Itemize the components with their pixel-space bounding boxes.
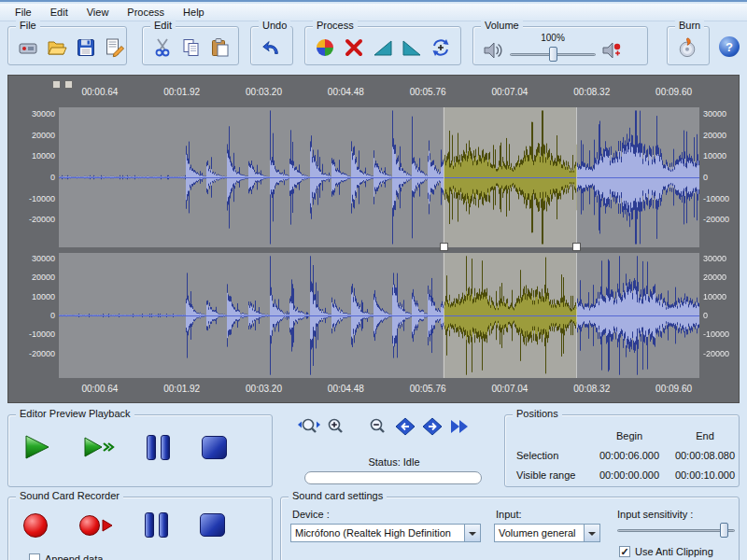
- stop-icon: [200, 513, 225, 537]
- recorder-stop-button[interactable]: [200, 513, 225, 537]
- toolbar-group-edit: Edit: [142, 26, 239, 65]
- zoom-toolbar: [297, 416, 472, 437]
- zoom-to-selection-button[interactable]: [297, 416, 321, 437]
- mixer-icon[interactable]: [602, 40, 623, 61]
- pause-button[interactable]: [147, 435, 170, 460]
- record-icon: [23, 513, 48, 538]
- open-file-icon[interactable]: [47, 37, 67, 58]
- volume-slider[interactable]: 100%: [510, 35, 596, 66]
- scroll-forward-button[interactable]: [447, 416, 472, 437]
- selection-handle-start[interactable]: [440, 243, 448, 251]
- stop-icon: [202, 436, 227, 459]
- goto-selection-start-button[interactable]: [393, 416, 417, 437]
- chevron-down-icon[interactable]: [464, 525, 480, 541]
- cut-icon[interactable]: [152, 37, 173, 58]
- toolbar-group-process: Process: [304, 26, 461, 65]
- record-icon: [79, 515, 100, 536]
- paste-icon[interactable]: [210, 37, 231, 58]
- amplitude-label: -10000: [8, 194, 55, 203]
- input-selected-value: Volumen general: [495, 525, 584, 541]
- record-button[interactable]: [23, 513, 48, 538]
- help-button[interactable]: ?: [719, 36, 740, 57]
- amplitude-label: 30000: [703, 254, 739, 263]
- append-data-checkbox[interactable]: ✓: [29, 553, 40, 560]
- positions-table: Begin End Selection 00:00:06.000 00:00:0…: [505, 415, 739, 481]
- edit-file-icon[interactable]: [105, 37, 125, 58]
- play-button[interactable]: [23, 434, 51, 460]
- time-label: 00:09.60: [655, 87, 692, 97]
- waveform-panel: 00:00.6400:01.9200:03.2000:04.4800:05.76…: [7, 75, 740, 403]
- amplitude-label: -20000: [703, 215, 739, 224]
- anti-clipping-checkbox[interactable]: ✓: [619, 546, 630, 557]
- amplitude-label: 0: [8, 311, 55, 320]
- new-file-icon[interactable]: [18, 37, 38, 58]
- zoom-out-button[interactable]: [366, 416, 390, 437]
- menu-view[interactable]: View: [78, 5, 119, 20]
- burn-cd-icon[interactable]: [677, 37, 698, 58]
- amplitude-label: -20000: [8, 349, 55, 358]
- amplitude-label: 20000: [703, 131, 739, 140]
- stop-button[interactable]: [202, 436, 227, 459]
- toolbar-group-volume: Volume 100%: [472, 26, 648, 65]
- editor-preview-playback-title: Editor Preview Playback: [16, 408, 134, 419]
- zoom-in-button[interactable]: [324, 416, 348, 437]
- effects-icon[interactable]: [315, 37, 335, 58]
- time-label: 00:05.76: [410, 87, 446, 97]
- menu-edit[interactable]: Edit: [41, 5, 78, 20]
- status-label: Status: Idle: [301, 456, 487, 468]
- editor-preview-playback-panel: Editor Preview Playback: [7, 414, 273, 487]
- waveform-channel-right[interactable]: [59, 253, 699, 378]
- save-icon[interactable]: [76, 37, 96, 58]
- amplitude-label: -10000: [703, 194, 739, 203]
- amplitude-label: 20000: [8, 131, 55, 140]
- sound-card-recorder-title: Sound Card Recorder: [16, 490, 123, 501]
- selection-handle-end[interactable]: [572, 243, 581, 251]
- input-sensitivity-slider[interactable]: [617, 522, 735, 539]
- play-selection-button[interactable]: [83, 434, 115, 460]
- time-ruler-top[interactable]: 00:00.6400:01.9200:03.2000:04.4800:05.76…: [8, 87, 739, 100]
- chevron-down-icon[interactable]: [584, 525, 599, 541]
- fade-out-icon[interactable]: [402, 37, 422, 58]
- positions-begin-header: Begin: [589, 430, 669, 441]
- menu-help[interactable]: Help: [174, 5, 214, 20]
- undo-icon[interactable]: [261, 37, 281, 58]
- device-select[interactable]: Micrófono (Realtek High Definition: [290, 524, 481, 542]
- visible-range-end-value: 00:00:10.000: [669, 469, 740, 481]
- input-sensitivity-label: Input sensitivity :: [617, 509, 693, 520]
- time-label: 00:09.60: [655, 384, 692, 394]
- sensitivity-slider-track[interactable]: [617, 529, 735, 532]
- goto-selection-end-button[interactable]: [420, 416, 444, 437]
- copy-icon[interactable]: [181, 37, 202, 58]
- amplitude-label: -20000: [703, 349, 739, 358]
- toolbar-group-edit-label: Edit: [150, 20, 176, 31]
- selection-end-value: 00:00:08.080: [669, 450, 740, 461]
- amplitude-label: 30000: [703, 109, 739, 119]
- positions-panel: Positions Begin End Selection 00:00:06.0…: [504, 414, 740, 487]
- input-select[interactable]: Volumen general: [494, 524, 600, 542]
- menu-process[interactable]: Process: [118, 5, 174, 20]
- play-small-icon: [102, 519, 113, 532]
- amplify-icon[interactable]: [430, 37, 451, 58]
- time-label: 00:03.20: [246, 87, 282, 97]
- amplitude-label: 10000: [8, 292, 55, 301]
- amplitude-label: 10000: [703, 151, 739, 161]
- amplitude-label: 10000: [703, 292, 739, 301]
- record-monitor-button[interactable]: [79, 515, 113, 536]
- amplitude-label: 20000: [8, 273, 55, 282]
- menu-file[interactable]: File: [6, 5, 41, 20]
- fade-in-icon[interactable]: [373, 37, 393, 58]
- time-ruler-bottom[interactable]: 00:00.6400:01.9200:03.2000:04.4800:05.76…: [8, 384, 739, 397]
- time-label: 00:07.04: [491, 87, 528, 97]
- volume-slider-thumb[interactable]: [549, 47, 557, 62]
- delete-icon[interactable]: [344, 37, 364, 58]
- speaker-icon[interactable]: [483, 40, 503, 61]
- sensitivity-slider-thumb[interactable]: [720, 523, 728, 538]
- time-label: 00:03.20: [246, 384, 282, 394]
- waveform-channel-left[interactable]: [59, 107, 699, 247]
- volume-value-label: 100%: [510, 33, 596, 43]
- time-label: 00:05.76: [410, 384, 446, 394]
- toolbar-group-file: File: [7, 26, 127, 65]
- question-mark-icon: ?: [726, 40, 733, 54]
- pause-icon: [145, 512, 168, 538]
- recorder-pause-button[interactable]: [145, 512, 168, 538]
